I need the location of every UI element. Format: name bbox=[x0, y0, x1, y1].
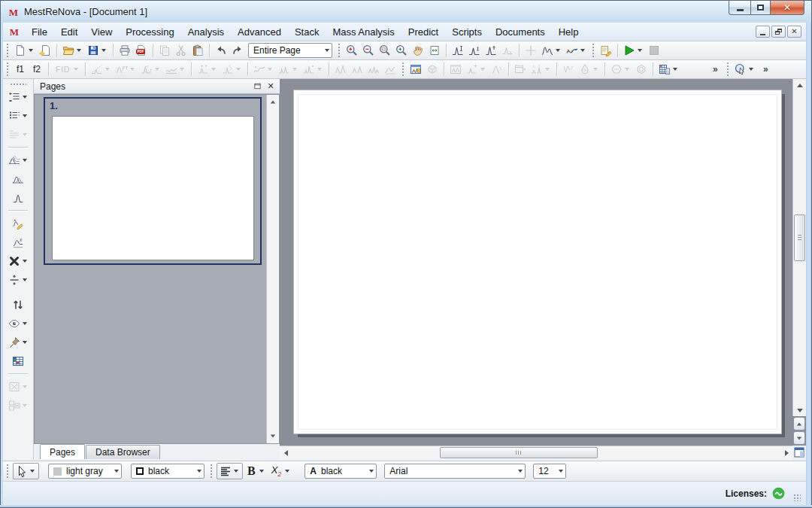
assignments-list-button[interactable] bbox=[7, 108, 30, 124]
tab-data-browser[interactable]: Data Browser bbox=[86, 445, 160, 459]
chevron-down-icon[interactable] bbox=[197, 470, 201, 473]
dropdown-arrow-icon[interactable] bbox=[23, 341, 27, 344]
vertical-scroll-thumb[interactable] bbox=[794, 214, 805, 261]
new-page-button[interactable] bbox=[38, 42, 53, 59]
dropdown-arrow-icon[interactable] bbox=[749, 68, 753, 71]
menu-scripts[interactable]: Scripts bbox=[445, 24, 489, 40]
open-button[interactable] bbox=[61, 42, 84, 59]
redo-button[interactable] bbox=[230, 42, 245, 59]
mdi-close-button[interactable]: ✕ bbox=[787, 26, 801, 38]
page-thumbnail-preview[interactable] bbox=[52, 116, 254, 260]
mdi-minimize-button[interactable] bbox=[756, 26, 770, 38]
superimpose-spectra-button[interactable] bbox=[11, 171, 26, 187]
tab-pages[interactable]: Pages bbox=[40, 444, 85, 459]
toolbar-overflow-2-button[interactable]: » bbox=[758, 61, 773, 78]
dropdown-arrow-icon[interactable] bbox=[556, 49, 560, 52]
alignment-button[interactable] bbox=[217, 463, 243, 479]
dropdown-arrow-icon[interactable] bbox=[292, 68, 297, 71]
menu-mass-analysis[interactable]: Mass Analysis bbox=[326, 24, 401, 40]
dropdown-arrow-icon[interactable] bbox=[480, 68, 485, 71]
dropdown-arrow-icon[interactable] bbox=[268, 68, 272, 71]
dropdown-arrow-icon[interactable] bbox=[105, 68, 110, 71]
vertical-scrollbar[interactable] bbox=[792, 79, 806, 416]
new-document-button[interactable] bbox=[13, 42, 36, 59]
menu-edit[interactable]: Edit bbox=[54, 24, 84, 40]
scroll-up-button[interactable] bbox=[793, 79, 806, 91]
dropdown-arrow-icon[interactable] bbox=[234, 470, 238, 473]
processing-dialog-button[interactable] bbox=[408, 61, 423, 78]
pointer-mode-button[interactable] bbox=[733, 61, 756, 78]
window-minimize-button[interactable] bbox=[729, 1, 750, 15]
chevron-down-icon[interactable] bbox=[325, 49, 329, 52]
scroll-left-button[interactable] bbox=[280, 446, 292, 459]
dropdown-arrow-icon[interactable] bbox=[259, 470, 264, 473]
dropdown-arrow-icon[interactable] bbox=[180, 68, 184, 71]
next-page-button[interactable] bbox=[793, 431, 805, 445]
line-color-combo[interactable]: black bbox=[131, 464, 205, 479]
expand-vertical-scale-button[interactable] bbox=[450, 42, 465, 59]
interactive-zoom-button[interactable] bbox=[394, 42, 409, 59]
paste-button[interactable] bbox=[190, 42, 205, 59]
dropdown-arrow-icon[interactable] bbox=[317, 68, 322, 71]
menu-analysis[interactable]: Analysis bbox=[181, 24, 231, 40]
visibility-button[interactable] bbox=[7, 315, 30, 332]
horizontal-scroll-thumb[interactable] bbox=[440, 447, 598, 458]
window-maximize-button[interactable] bbox=[750, 1, 771, 15]
menu-file[interactable]: File bbox=[25, 24, 54, 40]
scroll-right-button[interactable] bbox=[780, 446, 792, 459]
dropdown-arrow-icon[interactable] bbox=[285, 470, 289, 473]
reorder-spectra-button[interactable] bbox=[11, 297, 26, 313]
dropdown-arrow-icon[interactable] bbox=[23, 385, 27, 388]
dropdown-arrow-icon[interactable] bbox=[23, 159, 27, 162]
undo-button[interactable] bbox=[214, 42, 229, 59]
dropdown-arrow-icon[interactable] bbox=[211, 68, 216, 71]
mdi-restore-button[interactable] bbox=[771, 26, 786, 38]
script-editor-button[interactable] bbox=[598, 42, 614, 59]
increase-intensity-button[interactable] bbox=[483, 42, 498, 59]
separate-spectra-button[interactable] bbox=[7, 272, 30, 288]
dropdown-arrow-icon[interactable] bbox=[23, 96, 27, 99]
dropdown-arrow-icon[interactable] bbox=[23, 114, 27, 117]
dropdown-arrow-icon[interactable] bbox=[580, 49, 585, 52]
document-page[interactable] bbox=[293, 90, 782, 434]
f1-button[interactable]: f1 bbox=[13, 61, 28, 78]
zoom-in-button[interactable] bbox=[344, 42, 359, 59]
pages-panel-scrollbar[interactable] bbox=[266, 95, 279, 443]
toolbar-overflow-button[interactable]: » bbox=[707, 61, 723, 78]
menu-documents[interactable]: Documents bbox=[489, 24, 552, 40]
dropdown-arrow-icon[interactable] bbox=[23, 404, 27, 407]
nmr-table-button[interactable] bbox=[657, 61, 680, 78]
menu-predict[interactable]: Predict bbox=[401, 24, 445, 40]
parameters-report-button[interactable] bbox=[7, 89, 30, 105]
print-button[interactable] bbox=[117, 42, 132, 59]
dropdown-arrow-icon[interactable] bbox=[74, 68, 78, 71]
dropdown-arrow-icon[interactable] bbox=[545, 68, 550, 71]
zoom-selection-button[interactable] bbox=[377, 42, 392, 59]
chevron-down-icon[interactable] bbox=[369, 470, 374, 473]
fit-page-button[interactable] bbox=[427, 42, 442, 59]
dropdown-arrow-icon[interactable] bbox=[130, 68, 135, 71]
window-close-button[interactable]: ✕ bbox=[771, 1, 804, 15]
dropdown-arrow-icon[interactable] bbox=[23, 133, 27, 136]
stacked-spectra-button[interactable] bbox=[7, 152, 30, 169]
bold-button[interactable]: B bbox=[244, 463, 267, 479]
single-spectrum-button[interactable] bbox=[11, 190, 26, 206]
panel-close-button[interactable]: ✕ bbox=[265, 81, 277, 92]
license-status-icon[interactable] bbox=[772, 487, 785, 500]
dropdown-arrow-icon[interactable] bbox=[23, 278, 27, 281]
data-analysis-button[interactable] bbox=[565, 42, 588, 59]
dropdown-arrow-icon[interactable] bbox=[30, 470, 35, 473]
dropdown-arrow-icon[interactable] bbox=[593, 68, 598, 71]
dropdown-arrow-icon[interactable] bbox=[102, 49, 106, 52]
dropdown-arrow-icon[interactable] bbox=[236, 68, 241, 71]
menu-stack[interactable]: Stack bbox=[288, 24, 326, 40]
font-family-combo[interactable]: Arial bbox=[384, 464, 526, 479]
font-color-combo[interactable]: Ablack bbox=[304, 464, 377, 479]
pan-button[interactable] bbox=[411, 42, 426, 59]
save-button[interactable] bbox=[86, 42, 109, 59]
scroll-up-icon[interactable] bbox=[267, 96, 279, 108]
dropdown-arrow-icon[interactable] bbox=[23, 322, 27, 325]
subscript-button[interactable]: X2 bbox=[268, 463, 293, 479]
shrink-vertical-scale-button[interactable] bbox=[467, 42, 482, 59]
resize-grip[interactable] bbox=[793, 494, 801, 501]
